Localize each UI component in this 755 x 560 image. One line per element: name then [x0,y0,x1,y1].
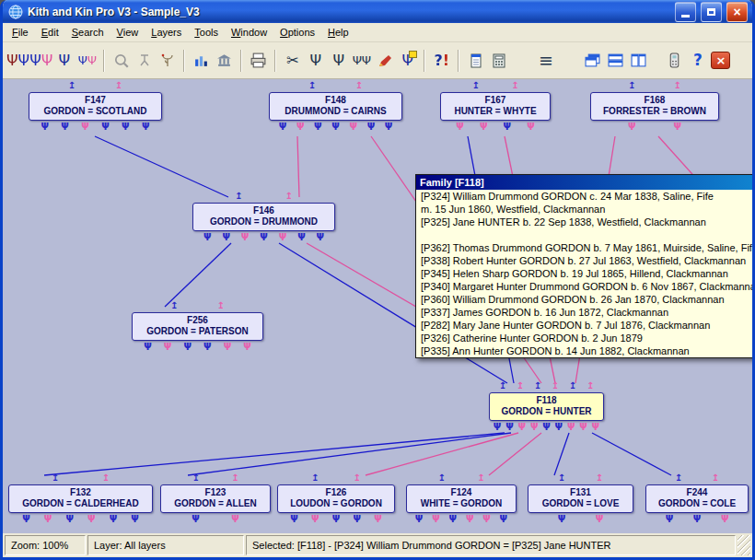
toolbar-separator [424,50,425,72]
title-bar: Kith and Kin Pro V3 - Sample_V3 × [3,0,752,23]
menu-window[interactable]: Window [225,25,273,40]
family-box-f167[interactable]: ↥↥ F167 HUNTER = WHYTE ΨΨΨΨ [440,92,551,121]
family-name: HUNTER = WHYTE [442,106,549,117]
menu-layers[interactable]: Layers [145,25,188,40]
menu-tools[interactable]: Tools [188,25,225,40]
parent-links: ↥↥ [29,81,162,91]
menu-edit[interactable]: Edit [35,25,65,40]
family-box-f123[interactable]: ↥↥ F123 GORDON = ALLEN ΨΨ [160,484,271,513]
family-id: F126 [279,487,393,498]
window-title: Kith and Kin Pro V3 - Sample_V3 [28,6,670,18]
children-links: ΨΨΨΨΨΨ [132,343,263,353]
family-box-f147[interactable]: ↥↥ F147 GORDON = SCOTLAND ΨΨΨΨΨΨ [29,92,162,121]
walking-people-icon[interactable]: ΨΨ [350,48,373,73]
menu-help[interactable]: Help [321,25,355,40]
family-box-f256[interactable]: ↥↥ F256 GORDON = PATERSON ΨΨΨΨΨΨ [132,312,263,341]
menu-file[interactable]: File [6,25,35,40]
family-name: GORDON = CALDERHEAD [10,498,151,509]
popup-title: Family [F118] [416,175,752,190]
family-id: F148 [271,95,401,106]
family-details-popup: Family [F118] [P324] William Drummond GO… [415,174,752,358]
query-icon[interactable]: ?! [430,48,453,73]
family-id: F167 [442,95,549,106]
maximize-button[interactable] [701,2,722,22]
children-links: ΨΨ [590,122,719,133]
children-links: ΨΨ [160,515,271,525]
family-name: GORDON = DRUMMOND [194,216,333,228]
line [297,136,299,197]
edit-pen-icon[interactable] [373,48,396,73]
menu-bar: File Edit Search View Layers Tools Windo… [3,23,752,42]
children-links: ΨΨΨΨΨΨ [29,122,162,133]
popup-line: [P337] James GORDON b. 16 Jun 1872, Clac… [416,306,752,319]
minimize-button[interactable] [675,2,696,22]
family-id: F146 [194,205,333,216]
family-id: F244 [647,487,747,498]
device-icon[interactable] [663,48,686,73]
status-layer: Layer: All layers [87,535,244,555]
person-icon[interactable]: Ψ [52,48,76,73]
census-icon[interactable] [213,48,236,73]
parent-links: ↥↥ [590,81,719,91]
family-box-f118-selected[interactable]: ↥↥↥↥↥↥ F118 GORDON = HUNTER ΨΨΨΨΨΨΨΨΨ [489,392,604,421]
calculator-icon[interactable] [487,48,510,73]
parent-links: ↥↥ [132,301,263,311]
line [165,243,231,307]
family-box-f132[interactable]: ↥↥ F132 GORDON = CALDERHEAD ΨΨΨΨΨΨ [8,484,153,513]
popup-line: [P345] Helen Sharp GORDON b. 19 Jul 1865… [416,267,752,280]
report-icon[interactable] [464,48,487,73]
chart-canvas[interactable]: ↥↥ F147 GORDON = SCOTLAND ΨΨΨΨΨΨ ↥↥ F148… [3,79,752,533]
scissors-icon[interactable]: ✂ [281,48,304,73]
family-name: GORDON = COLE [647,498,747,509]
menu-search[interactable]: Search [65,25,110,40]
line [188,433,511,475]
children-links: ΨΨ [528,515,633,525]
menu-view[interactable]: View [110,25,145,40]
drop-link-icon[interactable] [133,48,156,73]
family-id: F131 [529,487,632,498]
exit-icon[interactable]: × [709,48,732,73]
family-name: FORRESTER = BROWN [592,106,717,117]
parent-links: ↥↥ [528,473,633,484]
cascade-windows-icon[interactable] [581,48,604,73]
people-icon[interactable]: ΨΨ [76,48,99,73]
toolbar-separator [458,50,459,72]
family-box-f168[interactable]: ↥↥ F168 FORRESTER = BROWN ΨΨ [590,92,719,121]
zoom-icon[interactable] [110,48,133,73]
person-tag-icon[interactable]: Ψ [396,48,419,73]
family-box-f126[interactable]: ↥↥ F126 LOUDON = GORDON ΨΨΨΨΨ [277,484,395,513]
chart-icon[interactable] [190,48,213,73]
family-box-f244[interactable]: ↥↥ F244 GORDON = COLE ΨΨΨ [645,484,749,513]
add-family-icon[interactable]: ΨΨ [6,48,29,73]
person-raise-icon[interactable]: Ψ [304,48,327,73]
family-box-f148[interactable]: ↥↥ F148 DRUMMOND = CAIRNS ΨΨΨΨΨΨΨ [269,92,402,121]
parent-links: ↥↥ [406,473,517,484]
list-icon[interactable]: ≡ [534,48,557,73]
parent-links: ↥↥ [160,473,271,484]
family-box-f124[interactable]: ↥↥ F124 WHITE = GORDON ΨΨΨΨΨΨ [406,484,517,513]
tile-windows-icon[interactable] [604,48,627,73]
menu-options[interactable]: Options [273,25,321,40]
toolbar-separator [240,50,242,72]
family-box-f146[interactable]: ↥↥ F146 GORDON = DRUMMOND ΨΨΨΨΨΨΨ [192,203,335,231]
arrange-windows-icon[interactable] [627,48,650,73]
family-id: F123 [162,487,269,498]
print-icon[interactable] [247,48,270,73]
children-links: ΨΨΨΨΨΨΨ [192,233,335,243]
popup-line: m. 15 Jun 1860, Westfield, Clackmannan [416,203,752,216]
family-id: F124 [408,487,515,498]
close-button[interactable]: × [726,2,748,22]
popup-line: [P340] Margaret Hunter Drummond GORDON b… [416,280,752,293]
person-cut-icon[interactable]: Ψ [327,48,350,73]
families-icon[interactable]: ΨΨ [29,48,52,73]
family-box-f131[interactable]: ↥↥ F131 GORDON = LOVE ΨΨ [528,484,633,513]
toolbar-separator [183,50,185,72]
popup-line: [P338] Robert Hunter GORDON b. 27 Jul 18… [416,254,752,267]
help-icon[interactable]: ? [686,48,709,73]
parent-links: ↥↥↥↥↥↥ [489,381,604,391]
tree-icon[interactable] [156,48,179,73]
family-name: WHITE = GORDON [408,498,515,509]
family-name: DRUMMOND = CAIRNS [271,106,401,117]
app-globe-icon [8,5,23,19]
resize-grip[interactable] [738,535,750,555]
